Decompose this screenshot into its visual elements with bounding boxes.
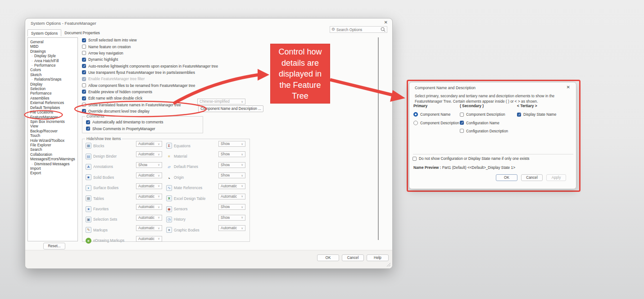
tree-item-dropdown[interactable]: Show [218, 172, 245, 178]
sidebar-item-featuremanager[interactable]: FeatureManager [30, 115, 77, 119]
sidebar-item-messages-errors-warnings[interactable]: Messages/Errors/Warnings [30, 157, 77, 161]
tree-item-dropdown[interactable]: Automatic [218, 225, 245, 231]
checkbox[interactable] [82, 103, 86, 107]
tree-item-dropdown[interactable]: Automatic [136, 183, 162, 189]
checkbox[interactable] [82, 58, 86, 62]
tree-item-dropdown[interactable]: Automatic [136, 204, 162, 210]
checkbox[interactable] [82, 96, 86, 100]
ok-button[interactable]: OK [317, 254, 339, 261]
sidebar-item-label: MBD [30, 44, 38, 49]
checkbox[interactable] [460, 121, 464, 125]
sidebar-item-label: Assemblies [30, 96, 49, 100]
tree-item-dropdown[interactable]: Automatic [136, 236, 162, 242]
help-button[interactable]: Help [367, 254, 389, 261]
radio-row-component-description: Component Description [413, 118, 459, 127]
checkbox[interactable] [82, 64, 86, 68]
ok-button[interactable]: OK [496, 174, 517, 181]
tree-item-dropdown[interactable]: Automatic [136, 194, 162, 199]
name-preview-label: Name Preview : [413, 165, 441, 170]
sidebar-item-colors[interactable]: Colors [30, 68, 77, 72]
content-scrollbar[interactable] [378, 37, 379, 240]
cancel-button[interactable]: Cancel [521, 174, 543, 181]
default-planes-icon: ▱ [166, 164, 172, 170]
tree-item-dropdown[interactable]: Automatic [218, 183, 245, 189]
sidebar-item-label: External References [30, 100, 64, 105]
checkbox[interactable] [82, 77, 86, 81]
radio-button[interactable] [413, 121, 418, 125]
sidebar-item-dismissed-messages[interactable]: Dismissed Messages [30, 162, 77, 166]
sidebar-item-selection[interactable]: Selection [30, 86, 77, 91]
sidebar-item-file-locations[interactable]: File Locations [30, 110, 77, 114]
sidebar-item-assemblies[interactable]: Assemblies [30, 96, 77, 100]
dropdown-value: Chinese-simplified [200, 100, 230, 104]
apply-button[interactable]: Apply [546, 174, 566, 181]
sidebar-item-performance[interactable]: Performance [30, 63, 77, 68]
sidebar-item-display-style[interactable]: Display Style [30, 54, 77, 58]
checkbox[interactable] [82, 45, 86, 49]
checkbox[interactable] [82, 51, 86, 55]
checkbox[interactable] [82, 38, 86, 42]
tree-item-dropdown[interactable]: Show [218, 204, 245, 210]
tertiary-options: Display State Name [517, 110, 556, 118]
sidebar-item-default-templates[interactable]: Default Templates [30, 105, 77, 110]
checkbox[interactable] [517, 113, 521, 117]
sidebar-item-area-hatch-fill[interactable]: Area Hatch/Fill [30, 59, 77, 63]
sidebar-item-display[interactable]: Display [30, 82, 77, 86]
translation-language-dropdown[interactable]: Chinese-simplified [197, 99, 245, 104]
sidebar-item-export[interactable]: Export [30, 171, 77, 175]
tree-item-dropdown[interactable]: Show [218, 215, 245, 221]
option-row-override-document-level-tree-display: Override document level tree display [82, 108, 218, 114]
close-icon[interactable]: ✕ [567, 85, 570, 90]
close-icon[interactable]: ✕ [384, 20, 388, 25]
radio-button[interactable] [413, 112, 418, 117]
checkbox[interactable] [460, 129, 464, 133]
tab-system-options[interactable]: System Options [27, 29, 61, 36]
tree-item-dropdown[interactable]: Show [136, 162, 162, 168]
sidebar-item-import[interactable]: Import [30, 166, 77, 171]
tree-item-dropdown[interactable]: Show [218, 141, 245, 147]
tab-document-properties[interactable]: Document Properties [61, 29, 103, 36]
tree-item-dropdown[interactable]: Show [218, 151, 245, 157]
material-icon: ≡ [166, 154, 172, 159]
reset-button[interactable]: Reset... [43, 243, 65, 249]
checkbox[interactable] [86, 127, 90, 131]
sidebar-item-file-explorer[interactable]: File Explorer [30, 143, 77, 147]
sidebar-item-view[interactable]: View [30, 124, 77, 128]
dropdown-value: Automatic [138, 142, 154, 146]
sidebar-item-collaboration[interactable]: Collaboration [30, 152, 77, 157]
component-name-description-button[interactable]: Component Name and Description ... [198, 105, 263, 112]
checkbox[interactable] [82, 109, 86, 113]
tree-item-dropdown[interactable]: Automatic [136, 141, 162, 147]
tree-item-dropdown[interactable]: Automatic [136, 215, 162, 221]
sidebar-item-hole-wizard-toolbox[interactable]: Hole Wizard/Toolbox [30, 138, 77, 143]
checkbox[interactable] [460, 113, 464, 117]
tree-item-dropdown[interactable]: Automatic [136, 172, 162, 178]
option-row-enable-preview-of-hidden-components: Enable preview of hidden components [82, 89, 218, 95]
tree-item-dropdown[interactable]: Show [218, 162, 245, 168]
tree-item-dropdown[interactable]: Automatic [136, 151, 162, 157]
search-input[interactable] [336, 27, 381, 32]
sidebar-item-drawings[interactable]: Drawings [30, 49, 77, 54]
sidebar-item-external-references[interactable]: External References [30, 100, 77, 105]
sidebar-item-backup-recover[interactable]: Backup/Recover [30, 129, 77, 133]
sidebar-item-relations-snaps[interactable]: Relations/Snaps [30, 77, 77, 82]
comments-group: Comments Automatically add timestamp to … [82, 116, 203, 133]
tree-item-dropdown[interactable]: Automatic [136, 225, 162, 231]
cancel-button[interactable]: Cancel [342, 254, 364, 261]
sidebar-item-mbd[interactable]: MBD [30, 44, 77, 49]
sidebar-item-performance[interactable]: Performance [30, 91, 77, 95]
checkbox-label: Enable FeatureManager tree filter [88, 77, 145, 81]
checkbox[interactable] [82, 90, 86, 94]
sidebar-item-sketch[interactable]: Sketch [30, 72, 77, 77]
tree-item-label: Tables [93, 196, 104, 201]
checkbox[interactable] [413, 157, 417, 161]
checkbox[interactable] [82, 83, 86, 87]
resize-grip[interactable] [385, 262, 391, 267]
checkbox[interactable] [86, 120, 90, 124]
sidebar-item-search[interactable]: Search [30, 147, 77, 152]
sidebar-item-general[interactable]: General [30, 40, 77, 44]
sidebar-item-spin-box-increments[interactable]: Spin Box Increments [30, 119, 77, 124]
tree-item-dropdown[interactable]: Automatic [218, 194, 245, 199]
sidebar-item-touch[interactable]: Touch [30, 133, 77, 138]
checkbox[interactable] [82, 70, 86, 74]
